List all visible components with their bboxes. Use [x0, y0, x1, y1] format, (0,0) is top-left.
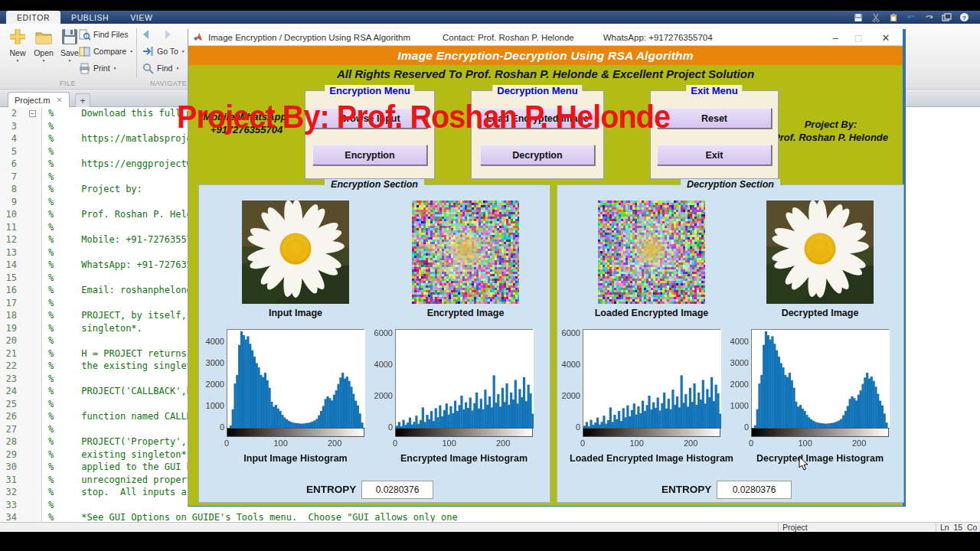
decrypted-image-label: Decrypted Image [743, 308, 897, 318]
close-button[interactable]: ✕ [875, 29, 897, 46]
decrypted-image [766, 201, 874, 304]
tab-editor[interactable]: EDITOR [6, 11, 60, 24]
maximize-button[interactable]: ◻ [848, 29, 869, 46]
loaded-encrypted-image-label: Loaded Encrypted Image [575, 308, 728, 318]
save-icon[interactable] [853, 12, 864, 22]
input-image-histogram: 01000200030004000 0100200 Input Image Hi… [227, 329, 364, 450]
screen: EDITOR PUBLISH VIEW ? New▼ Open▼ [0, 0, 980, 551]
gui-window-title: Image Encryption / Decryption Using RSA … [208, 33, 410, 42]
find-files-button[interactable]: Find Files [79, 28, 129, 41]
svg-text:?: ? [962, 15, 966, 21]
gui-title-contact: Contact: Prof. Roshan P. Helonde [443, 33, 574, 42]
decryption-button[interactable]: Decryption [480, 145, 595, 165]
forward-arrow-icon [158, 29, 172, 40]
input-image-label: Input Image [219, 308, 372, 318]
encrypted-image [412, 201, 519, 304]
encrypted-histogram-title: Encrypted Image Histogram [376, 453, 552, 465]
tab-view[interactable]: VIEW [119, 11, 163, 24]
encryption-menu-title: Encryption Menu [325, 85, 414, 96]
loaded-encrypted-image [598, 201, 705, 304]
encryption-button[interactable]: Encryption [312, 145, 427, 165]
redo-icon[interactable] [923, 12, 934, 22]
encryption-section-title: Encryption Section [325, 179, 424, 190]
loaded-encrypted-image-histogram: 0200040006000 0100200 Loaded Encrypted I… [583, 329, 720, 450]
grayscale-colorbar [583, 428, 720, 437]
go-to-icon [142, 46, 154, 57]
gui-title-bar: Image Encryption / Decryption Using RSA … [188, 29, 903, 46]
editor-tab-label: Project.m [15, 96, 50, 105]
open-folder-icon [34, 27, 54, 47]
project-by-note: Project By:Prof. Roshan P. Helonde [769, 118, 892, 144]
go-to-button[interactable]: Go To▼ [142, 45, 185, 57]
tab-publish[interactable]: PUBLISH [60, 11, 119, 24]
decrypted-histogram-title: Decrypted Image Histogram [732, 453, 908, 465]
encryption-section: Encryption Section Input Image Encrypted… [198, 184, 550, 503]
entropy-label: ENTROPY [662, 484, 711, 495]
input-image [242, 201, 349, 304]
open-button[interactable]: Open▼ [31, 27, 57, 63]
grayscale-colorbar [395, 428, 533, 437]
close-tab-icon[interactable]: ✕ [56, 96, 62, 104]
entropy-label: ENTROPY [306, 484, 356, 495]
quick-access-toolbar: ? [853, 11, 969, 23]
paste-icon[interactable] [888, 12, 899, 22]
encrypted-image-histogram: 0200040006000 0100200 Encrypted Image Hi… [395, 329, 533, 450]
status-bar: Project Ln 15 Co [0, 522, 980, 532]
grayscale-colorbar [227, 428, 364, 437]
new-button[interactable]: New▼ [5, 27, 31, 63]
help-icon[interactable]: ? [959, 12, 969, 22]
decryption-menu-title: Decryption Menu [492, 85, 582, 96]
find-files-icon [79, 29, 90, 41]
encrypted-image-label: Encrypted Image [389, 308, 542, 318]
decryption-section-title: Decryption Section [681, 179, 780, 190]
entropy-value-field[interactable]: 0.0280376 [717, 481, 792, 499]
ribbon-tab-bar: EDITOR PUBLISH VIEW ? [0, 11, 980, 24]
find-icon [142, 63, 154, 74]
navigate-arrows[interactable] [142, 28, 172, 41]
gui-banner: Image Encryption-Decryption Using RSA Al… [188, 46, 903, 65]
exit-button[interactable]: Exit [657, 145, 772, 165]
loaded-histogram-title: Loaded Encrypted Image Histogram [564, 453, 740, 465]
matlab-logo-icon [193, 32, 203, 42]
print-icon [79, 63, 90, 74]
minimize-button[interactable]: – [825, 29, 846, 46]
new-editor-tab-button[interactable]: + [75, 93, 90, 107]
compare-button[interactable]: Compare▼ [79, 45, 133, 57]
entropy-value-field[interactable]: 0.0280376 [361, 481, 433, 499]
status-function-name: Project [782, 523, 808, 533]
undo-icon[interactable] [906, 12, 916, 22]
editor-tab-projectm[interactable]: Project.m ✕ [8, 92, 70, 107]
save-floppy-icon [60, 27, 80, 47]
cut-icon[interactable] [871, 12, 881, 22]
grayscale-colorbar [751, 428, 889, 437]
input-histogram-title: Input Image Histogram [207, 453, 384, 465]
back-arrow-icon [142, 29, 155, 40]
print-button[interactable]: Print▼ [79, 62, 117, 74]
reset-button[interactable]: Reset [657, 108, 772, 129]
decrypted-image-histogram: 01000200030004000 0100200 Decrypted Imag… [751, 329, 889, 450]
rights-text: All Rights Reserved To Prof. Roshan P. H… [188, 67, 903, 80]
status-line-col: Ln 15 Co [940, 523, 977, 533]
compare-icon [79, 46, 90, 57]
watermark-text: Project By: Prof. Roshan P. Helonde [177, 98, 670, 135]
decryption-section: Decryption Section Loaded Encrypted Imag… [557, 184, 904, 503]
toolstrip-divider [136, 28, 137, 78]
find-button[interactable]: Find▼ [142, 62, 179, 74]
gui-title-whatsapp: WhatsApp: +917276355704 [603, 33, 713, 42]
group-label-file: FILE [60, 80, 76, 87]
new-icon [8, 27, 28, 47]
group-label-navigate: NAVIGATE [150, 80, 187, 87]
switch-window-icon[interactable] [941, 12, 952, 22]
exit-menu-title: Exit Menu [686, 85, 742, 96]
mouse-cursor [799, 456, 809, 474]
